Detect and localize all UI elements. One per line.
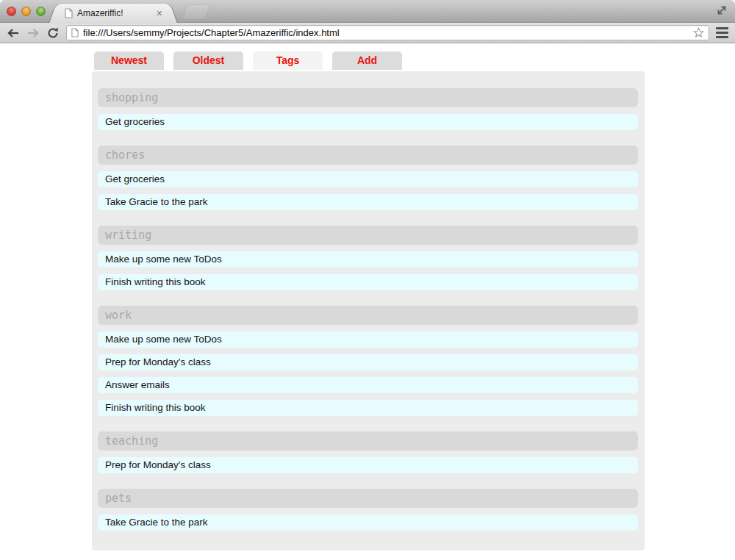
page-icon bbox=[71, 28, 79, 37]
app-tabs: NewestOldestTagsAdd bbox=[0, 43, 735, 70]
browser-tab[interactable]: Amazeriffic! × bbox=[59, 4, 168, 23]
todo-item: Prep for Monday's class bbox=[98, 457, 638, 473]
tab-newest[interactable]: Newest bbox=[94, 51, 164, 70]
tab-add[interactable]: Add bbox=[332, 51, 402, 70]
todo-item: Make up some new ToDos bbox=[98, 331, 638, 348]
todo-item: Prep for Monday's class bbox=[98, 354, 638, 370]
tab-tags[interactable]: Tags bbox=[253, 51, 323, 70]
todo-item: Finish writing this book bbox=[98, 274, 638, 290]
close-window-icon[interactable] bbox=[7, 7, 16, 16]
tag-section-teaching: teachingPrep for Monday's class bbox=[98, 431, 638, 473]
tab-oldest[interactable]: Oldest bbox=[173, 51, 243, 70]
page-favicon-icon bbox=[65, 8, 73, 18]
browser-titlebar: Amazeriffic! × bbox=[0, 0, 735, 23]
todo-panel: shoppingGet grocerieschoresGet groceries… bbox=[92, 71, 645, 550]
back-icon[interactable] bbox=[7, 26, 20, 40]
reload-icon[interactable] bbox=[46, 26, 60, 40]
zoom-window-icon[interactable] bbox=[36, 7, 46, 16]
tag-section-shopping: shoppingGet groceries bbox=[98, 88, 638, 130]
tag-section-pets: petsTake Gracie to the park bbox=[98, 489, 638, 531]
todo-item: Get groceries bbox=[98, 114, 638, 130]
browser-toolbar: file:///Users/semmy/Projects/Chapter5/Am… bbox=[0, 23, 735, 43]
todo-item: Take Gracie to the park bbox=[98, 194, 638, 210]
todo-item: Make up some new ToDos bbox=[98, 251, 638, 268]
bookmark-star-icon[interactable] bbox=[693, 27, 704, 38]
tag-header: shopping bbox=[98, 88, 638, 107]
tag-section-chores: choresGet groceriesTake Gracie to the pa… bbox=[98, 146, 638, 210]
browser-menu-icon[interactable] bbox=[716, 27, 728, 38]
window-controls bbox=[7, 7, 46, 16]
tag-header: teaching bbox=[98, 431, 638, 450]
tag-header: chores bbox=[98, 146, 638, 165]
todo-item: Finish writing this book bbox=[98, 400, 638, 416]
tag-section-work: workMake up some new ToDosPrep for Monda… bbox=[98, 306, 638, 416]
forward-icon[interactable] bbox=[26, 26, 40, 40]
tag-header: writing bbox=[98, 226, 638, 245]
webpage: NewestOldestTagsAdd shoppingGet grocerie… bbox=[0, 43, 735, 560]
minimize-window-icon[interactable] bbox=[21, 7, 31, 16]
tag-section-writing: writingMake up some new ToDosFinish writ… bbox=[98, 226, 638, 290]
address-bar[interactable]: file:///Users/semmy/Projects/Chapter5/Am… bbox=[66, 25, 709, 40]
todo-item: Answer emails bbox=[98, 377, 638, 393]
tag-header: work bbox=[98, 306, 638, 325]
new-tab-button[interactable] bbox=[183, 5, 209, 19]
browser-tab-title: Amazeriffic! bbox=[77, 8, 154, 18]
todo-item: Take Gracie to the park bbox=[98, 514, 638, 531]
tab-close-icon[interactable]: × bbox=[154, 8, 165, 18]
fullscreen-icon[interactable] bbox=[715, 4, 728, 17]
todo-item: Get groceries bbox=[98, 171, 638, 187]
tag-header: pets bbox=[98, 489, 638, 508]
url-text[interactable]: file:///Users/semmy/Projects/Chapter5/Am… bbox=[83, 27, 689, 38]
